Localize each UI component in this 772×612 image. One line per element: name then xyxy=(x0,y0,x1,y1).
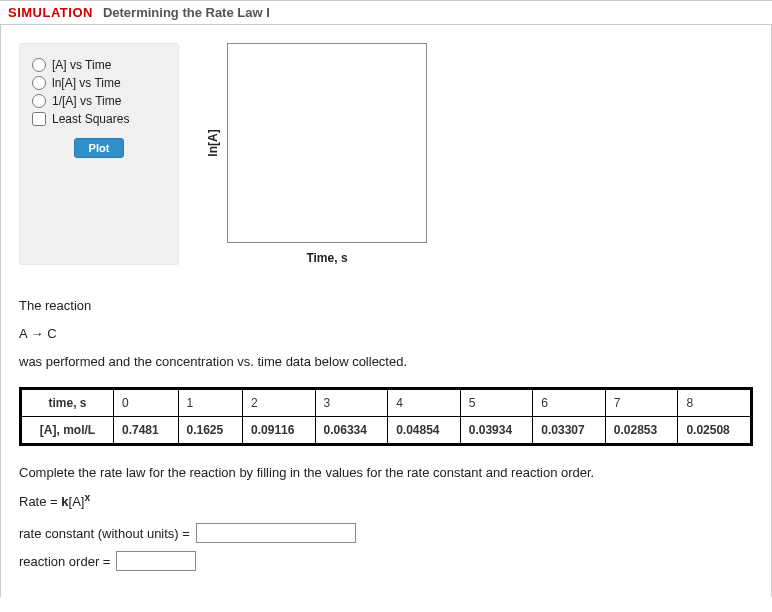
data-table-wrap: time, s 0 1 2 3 4 5 6 7 8 [A], mol/L 0.7… xyxy=(19,387,753,446)
table-cell: 0.02508 xyxy=(678,417,751,444)
reaction-order-row: reaction order = xyxy=(19,551,753,571)
radio-inva-vs-time-label: 1/[A] vs Time xyxy=(52,94,121,108)
chart-canvas xyxy=(227,43,427,243)
table-cell: 0.02853 xyxy=(605,417,678,444)
radio-lna-vs-time-label: ln[A] vs Time xyxy=(52,76,121,90)
intro-line-1: The reaction xyxy=(19,293,753,319)
chart-xlabel: Time, s xyxy=(227,251,427,265)
rate-eq-x: x xyxy=(84,492,90,503)
table-cell: 4 xyxy=(388,390,461,417)
complete-law-text: Complete the rate law for the reaction b… xyxy=(19,460,753,486)
checkbox-least-squares[interactable]: Least Squares xyxy=(32,112,166,126)
table-row-conc: [A], mol/L 0.7481 0.1625 0.09116 0.06334… xyxy=(22,417,751,444)
instruction-text: Complete the rate law for the reaction b… xyxy=(19,460,753,515)
rate-eq-a: [A] xyxy=(69,494,85,509)
table-cell: 5 xyxy=(460,390,533,417)
table-cell: 0.1625 xyxy=(178,417,243,444)
rate-eq-left: Rate = xyxy=(19,494,61,509)
table-cell: 0.04854 xyxy=(388,417,461,444)
table-cell: 1 xyxy=(178,390,243,417)
table-row-time: time, s 0 1 2 3 4 5 6 7 8 xyxy=(22,390,751,417)
problem-text: The reaction A → C was performed and the… xyxy=(19,293,753,375)
table-cell: 6 xyxy=(533,390,606,417)
table-cell: 3 xyxy=(315,390,388,417)
plot-button[interactable]: Plot xyxy=(74,138,125,158)
radio-lna-vs-time-input[interactable] xyxy=(32,76,46,90)
title-bar: SIMULATION Determining the Rate Law I xyxy=(0,0,772,25)
intro-line-2: was performed and the concentration vs. … xyxy=(19,349,753,375)
rate-constant-row: rate constant (without units) = xyxy=(19,523,753,543)
reaction-equation: A → C xyxy=(19,321,753,347)
rate-equation: Rate = k[A]x xyxy=(19,488,753,515)
chart-area: ln[A] Time, s xyxy=(199,43,439,265)
radio-inva-vs-time[interactable]: 1/[A] vs Time xyxy=(32,94,166,108)
data-table: time, s 0 1 2 3 4 5 6 7 8 [A], mol/L 0.7… xyxy=(21,389,751,444)
radio-lna-vs-time[interactable]: ln[A] vs Time xyxy=(32,76,166,90)
plot-options-panel: [A] vs Time ln[A] vs Time 1/[A] vs Time … xyxy=(19,43,179,265)
table-cell: 0.06334 xyxy=(315,417,388,444)
simulation-tag: SIMULATION xyxy=(8,5,93,20)
main-content: [A] vs Time ln[A] vs Time 1/[A] vs Time … xyxy=(0,25,772,597)
table-cell: 7 xyxy=(605,390,678,417)
table-cell: 0.03307 xyxy=(533,417,606,444)
rate-constant-input[interactable] xyxy=(196,523,356,543)
table-cell: 0.7481 xyxy=(114,417,179,444)
table-cell: 2 xyxy=(243,390,316,417)
radio-a-vs-time[interactable]: [A] vs Time xyxy=(32,58,166,72)
table-cell: 0.03934 xyxy=(460,417,533,444)
rate-constant-label: rate constant (without units) = xyxy=(19,526,190,541)
radio-inva-vs-time-input[interactable] xyxy=(32,94,46,108)
chart-ylabel: ln[A] xyxy=(206,129,220,156)
rate-eq-k: k xyxy=(61,494,68,509)
checkbox-least-squares-input[interactable] xyxy=(32,112,46,126)
table-cell: 0.09116 xyxy=(243,417,316,444)
reaction-order-label: reaction order = xyxy=(19,554,110,569)
conc-header: [A], mol/L xyxy=(22,417,114,444)
time-header: time, s xyxy=(22,390,114,417)
checkbox-least-squares-label: Least Squares xyxy=(52,112,129,126)
radio-a-vs-time-input[interactable] xyxy=(32,58,46,72)
reaction-order-input[interactable] xyxy=(116,551,196,571)
page-title: Determining the Rate Law I xyxy=(103,5,270,20)
table-cell: 0 xyxy=(114,390,179,417)
table-cell: 8 xyxy=(678,390,751,417)
radio-a-vs-time-label: [A] vs Time xyxy=(52,58,111,72)
